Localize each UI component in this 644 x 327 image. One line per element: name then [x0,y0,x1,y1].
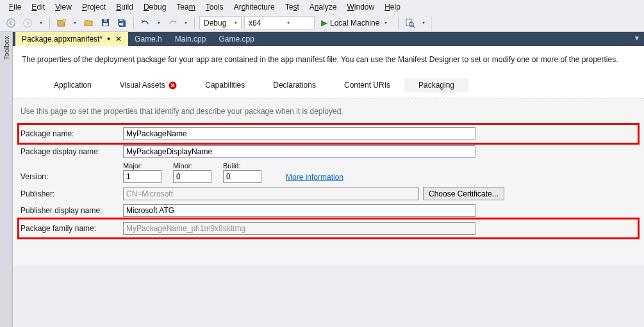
choose-certificate-button[interactable]: Choose Certificate... [423,187,504,200]
toolbox-label: Toolbox [3,36,10,60]
start-debug-button[interactable]: ▶ Local Machine ▾ [317,16,393,29]
display-name-row: Package display name: [21,145,636,158]
publisher-display-row: Publisher display name: [21,204,636,217]
menu-team[interactable]: Team [171,1,200,13]
publisher-display-input[interactable] [123,204,475,217]
platform-select[interactable]: x64▾ [244,16,315,29]
menu-build[interactable]: Build [111,1,138,13]
find-dropdown[interactable]: ▾ [420,20,427,26]
open-folder-icon [84,19,93,28]
display-name-label: Package display name: [21,147,123,156]
subtab-capabilities[interactable]: Capabilities [191,78,259,92]
more-information-link[interactable]: More information [286,173,343,182]
tab-package-manifest[interactable]: Package.appxmanifest* ✦ ✕ [15,32,128,46]
nav-forward-button[interactable] [21,16,35,30]
pin-icon[interactable]: ✦ [106,36,111,42]
document-tabs: Package.appxmanifest* ✦ ✕ Game.h Main.cp… [13,32,644,46]
find-icon [406,19,415,28]
save-all-icon [117,19,127,28]
configuration-select[interactable]: Debug▾ [199,16,242,29]
menu-analyze[interactable]: Analyze [304,1,342,13]
packaging-form: Use this page to set the properties that… [13,99,644,266]
menu-debug[interactable]: Debug [138,1,171,13]
menu-help[interactable]: Help [379,1,406,13]
undo-dropdown[interactable]: ▾ [155,20,163,26]
toolbar: ▾ ▾ ▾ ▾ Debug▾ x64▾ ▶ Local Machine ▾ ▾ [0,14,644,32]
major-label: Major: [123,162,161,170]
family-name-label: Package family name: [21,224,123,233]
tab-label: Game.h [135,35,162,44]
version-label: Version: [21,172,123,183]
subtab-content-uris[interactable]: Content URIs [330,78,404,92]
menu-test[interactable]: Test [280,1,304,13]
svg-point-0 [7,19,15,27]
close-icon[interactable]: ✕ [115,35,122,44]
menu-architecture[interactable]: Architecture [229,1,280,13]
tab-label: Main.cpp [175,35,206,44]
subtab-application[interactable]: Application [40,78,106,92]
publisher-input [123,187,419,200]
svg-point-1 [24,19,32,27]
package-name-label: Package name: [21,129,123,138]
open-file-button[interactable] [81,16,95,30]
publisher-label: Publisher: [21,189,123,198]
publisher-display-label: Publisher display name: [21,206,123,215]
nav-history-dropdown[interactable]: ▾ [37,20,45,26]
build-label: Build: [223,162,261,170]
undo-icon [141,19,150,27]
redo-button[interactable] [165,16,179,30]
tab-label: Game.cpp [219,35,254,44]
svg-rect-5 [103,23,108,26]
display-name-input[interactable] [123,145,475,158]
save-button[interactable] [98,16,112,30]
version-minor-input[interactable] [173,170,211,183]
menu-tools[interactable]: Tools [201,1,229,13]
new-project-button[interactable] [54,16,69,30]
play-icon: ▶ [321,18,327,28]
tab-game-h[interactable]: Game.h [128,32,169,46]
arrow-forward-icon [23,19,32,28]
svg-point-3 [63,19,65,21]
error-icon [169,81,177,90]
subtab-visual-assets[interactable]: Visual Assets [106,78,192,92]
find-in-files-button[interactable] [403,16,417,30]
svg-rect-11 [119,19,122,21]
subtab-declarations[interactable]: Declarations [259,78,330,92]
tab-label: Package.appxmanifest* [22,35,103,44]
version-row: Version: Major: Minor: Build: More infor [21,162,636,183]
svg-rect-10 [119,23,123,25]
minor-label: Minor: [173,162,211,170]
svg-rect-6 [104,19,107,22]
package-name-row: Package name: [21,126,636,141]
menu-file[interactable]: File [4,1,26,13]
tab-main-cpp[interactable]: Main.cpp [169,32,213,46]
toolbox-sidebar[interactable]: Toolbox [0,32,13,327]
nav-back-button[interactable] [4,16,18,30]
save-all-button[interactable] [115,16,129,30]
menu-bar: File Edit View Project Build Debug Team … [0,0,644,14]
redo-icon [168,19,177,27]
designer-tabs: Application Visual Assets Capabilities D… [22,78,635,92]
family-name-input [123,222,475,235]
manifest-designer-header: The properties of the deployment package… [13,46,644,99]
subtab-packaging[interactable]: Packaging [404,78,468,92]
menu-edit[interactable]: Edit [26,1,50,13]
tab-game-cpp[interactable]: Game.cpp [212,32,260,46]
tabs-overflow-button[interactable]: ▼ [634,35,640,42]
family-name-row: Package family name: [21,221,636,236]
menu-window[interactable]: Window [342,1,379,13]
new-project-icon [57,19,66,28]
version-build-input[interactable] [223,170,261,183]
save-icon [101,19,110,27]
redo-dropdown[interactable]: ▾ [182,20,190,26]
package-name-input[interactable] [123,127,475,140]
menu-project[interactable]: Project [77,1,111,13]
configuration-value: Debug [204,19,232,28]
new-dropdown[interactable]: ▾ [71,20,79,26]
run-target-label: Local Machine [330,19,379,28]
undo-button[interactable] [138,16,153,30]
publisher-row: Publisher: Choose Certificate... [21,187,636,200]
menu-view[interactable]: View [50,1,77,13]
version-major-input[interactable] [123,170,161,183]
platform-value: x64 [249,19,277,28]
